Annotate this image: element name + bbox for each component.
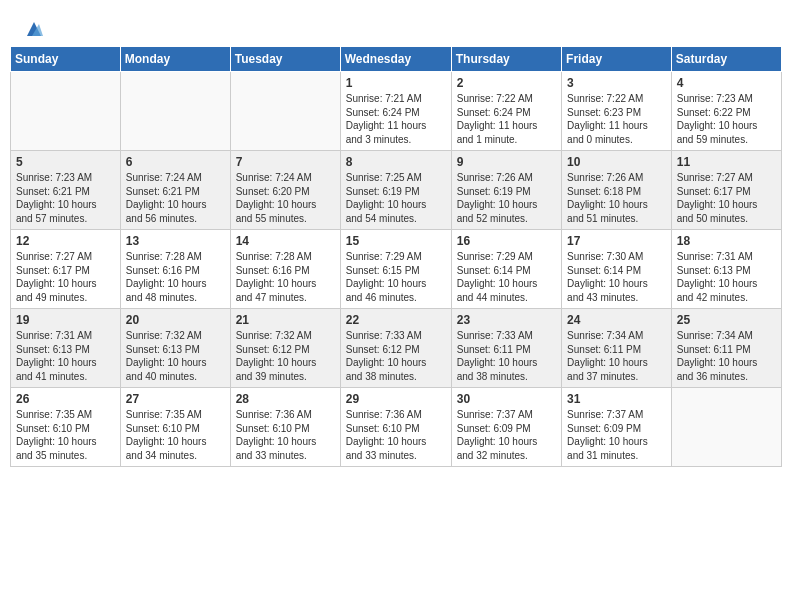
day-number: 15 [346, 234, 446, 248]
calendar-week-row: 26Sunrise: 7:35 AMSunset: 6:10 PMDayligh… [11, 388, 782, 467]
calendar-day-cell: 23Sunrise: 7:33 AMSunset: 6:11 PMDayligh… [451, 309, 561, 388]
day-info: Sunrise: 7:27 AMSunset: 6:17 PMDaylight:… [16, 250, 115, 304]
day-info: Sunrise: 7:24 AMSunset: 6:21 PMDaylight:… [126, 171, 225, 225]
calendar-day-cell: 24Sunrise: 7:34 AMSunset: 6:11 PMDayligh… [562, 309, 672, 388]
calendar-header-row: SundayMondayTuesdayWednesdayThursdayFrid… [11, 47, 782, 72]
calendar-day-cell: 6Sunrise: 7:24 AMSunset: 6:21 PMDaylight… [120, 151, 230, 230]
day-info: Sunrise: 7:36 AMSunset: 6:10 PMDaylight:… [346, 408, 446, 462]
calendar-table: SundayMondayTuesdayWednesdayThursdayFrid… [10, 46, 782, 467]
calendar-day-cell: 15Sunrise: 7:29 AMSunset: 6:15 PMDayligh… [340, 230, 451, 309]
day-number: 26 [16, 392, 115, 406]
calendar-day-cell: 16Sunrise: 7:29 AMSunset: 6:14 PMDayligh… [451, 230, 561, 309]
day-number: 9 [457, 155, 556, 169]
day-info: Sunrise: 7:37 AMSunset: 6:09 PMDaylight:… [567, 408, 666, 462]
day-number: 29 [346, 392, 446, 406]
day-info: Sunrise: 7:35 AMSunset: 6:10 PMDaylight:… [126, 408, 225, 462]
logo [20, 18, 45, 36]
day-number: 22 [346, 313, 446, 327]
calendar-day-cell [671, 388, 781, 467]
day-number: 21 [236, 313, 335, 327]
day-info: Sunrise: 7:29 AMSunset: 6:14 PMDaylight:… [457, 250, 556, 304]
day-number: 10 [567, 155, 666, 169]
calendar-week-row: 5Sunrise: 7:23 AMSunset: 6:21 PMDaylight… [11, 151, 782, 230]
day-info: Sunrise: 7:32 AMSunset: 6:12 PMDaylight:… [236, 329, 335, 383]
day-info: Sunrise: 7:26 AMSunset: 6:19 PMDaylight:… [457, 171, 556, 225]
day-info: Sunrise: 7:26 AMSunset: 6:18 PMDaylight:… [567, 171, 666, 225]
day-number: 16 [457, 234, 556, 248]
day-info: Sunrise: 7:33 AMSunset: 6:11 PMDaylight:… [457, 329, 556, 383]
calendar-day-cell: 12Sunrise: 7:27 AMSunset: 6:17 PMDayligh… [11, 230, 121, 309]
page-header [10, 10, 782, 42]
day-number: 14 [236, 234, 335, 248]
calendar-day-cell: 3Sunrise: 7:22 AMSunset: 6:23 PMDaylight… [562, 72, 672, 151]
day-info: Sunrise: 7:29 AMSunset: 6:15 PMDaylight:… [346, 250, 446, 304]
calendar-day-cell: 18Sunrise: 7:31 AMSunset: 6:13 PMDayligh… [671, 230, 781, 309]
col-header-friday: Friday [562, 47, 672, 72]
col-header-saturday: Saturday [671, 47, 781, 72]
day-info: Sunrise: 7:36 AMSunset: 6:10 PMDaylight:… [236, 408, 335, 462]
calendar-day-cell: 27Sunrise: 7:35 AMSunset: 6:10 PMDayligh… [120, 388, 230, 467]
day-number: 24 [567, 313, 666, 327]
calendar-week-row: 1Sunrise: 7:21 AMSunset: 6:24 PMDaylight… [11, 72, 782, 151]
col-header-wednesday: Wednesday [340, 47, 451, 72]
day-info: Sunrise: 7:28 AMSunset: 6:16 PMDaylight:… [126, 250, 225, 304]
calendar-week-row: 19Sunrise: 7:31 AMSunset: 6:13 PMDayligh… [11, 309, 782, 388]
calendar-day-cell: 14Sunrise: 7:28 AMSunset: 6:16 PMDayligh… [230, 230, 340, 309]
day-number: 3 [567, 76, 666, 90]
day-info: Sunrise: 7:32 AMSunset: 6:13 PMDaylight:… [126, 329, 225, 383]
day-number: 19 [16, 313, 115, 327]
day-info: Sunrise: 7:37 AMSunset: 6:09 PMDaylight:… [457, 408, 556, 462]
day-number: 18 [677, 234, 776, 248]
day-number: 17 [567, 234, 666, 248]
calendar-day-cell: 5Sunrise: 7:23 AMSunset: 6:21 PMDaylight… [11, 151, 121, 230]
calendar-day-cell: 10Sunrise: 7:26 AMSunset: 6:18 PMDayligh… [562, 151, 672, 230]
day-info: Sunrise: 7:23 AMSunset: 6:22 PMDaylight:… [677, 92, 776, 146]
col-header-tuesday: Tuesday [230, 47, 340, 72]
calendar-day-cell: 4Sunrise: 7:23 AMSunset: 6:22 PMDaylight… [671, 72, 781, 151]
col-header-thursday: Thursday [451, 47, 561, 72]
day-info: Sunrise: 7:35 AMSunset: 6:10 PMDaylight:… [16, 408, 115, 462]
calendar-day-cell: 2Sunrise: 7:22 AMSunset: 6:24 PMDaylight… [451, 72, 561, 151]
calendar-day-cell: 20Sunrise: 7:32 AMSunset: 6:13 PMDayligh… [120, 309, 230, 388]
calendar-day-cell: 19Sunrise: 7:31 AMSunset: 6:13 PMDayligh… [11, 309, 121, 388]
day-number: 28 [236, 392, 335, 406]
calendar-day-cell: 13Sunrise: 7:28 AMSunset: 6:16 PMDayligh… [120, 230, 230, 309]
day-info: Sunrise: 7:33 AMSunset: 6:12 PMDaylight:… [346, 329, 446, 383]
day-number: 30 [457, 392, 556, 406]
day-info: Sunrise: 7:27 AMSunset: 6:17 PMDaylight:… [677, 171, 776, 225]
calendar-day-cell [230, 72, 340, 151]
day-number: 13 [126, 234, 225, 248]
day-info: Sunrise: 7:28 AMSunset: 6:16 PMDaylight:… [236, 250, 335, 304]
calendar-day-cell: 26Sunrise: 7:35 AMSunset: 6:10 PMDayligh… [11, 388, 121, 467]
col-header-sunday: Sunday [11, 47, 121, 72]
day-info: Sunrise: 7:22 AMSunset: 6:23 PMDaylight:… [567, 92, 666, 146]
day-number: 25 [677, 313, 776, 327]
day-number: 1 [346, 76, 446, 90]
logo-icon [23, 18, 45, 40]
day-info: Sunrise: 7:21 AMSunset: 6:24 PMDaylight:… [346, 92, 446, 146]
day-number: 2 [457, 76, 556, 90]
day-info: Sunrise: 7:31 AMSunset: 6:13 PMDaylight:… [677, 250, 776, 304]
day-number: 27 [126, 392, 225, 406]
day-number: 23 [457, 313, 556, 327]
day-number: 5 [16, 155, 115, 169]
day-number: 7 [236, 155, 335, 169]
calendar-day-cell: 30Sunrise: 7:37 AMSunset: 6:09 PMDayligh… [451, 388, 561, 467]
calendar-day-cell: 29Sunrise: 7:36 AMSunset: 6:10 PMDayligh… [340, 388, 451, 467]
calendar-day-cell: 25Sunrise: 7:34 AMSunset: 6:11 PMDayligh… [671, 309, 781, 388]
day-info: Sunrise: 7:34 AMSunset: 6:11 PMDaylight:… [567, 329, 666, 383]
day-number: 31 [567, 392, 666, 406]
day-number: 8 [346, 155, 446, 169]
day-info: Sunrise: 7:31 AMSunset: 6:13 PMDaylight:… [16, 329, 115, 383]
day-number: 12 [16, 234, 115, 248]
calendar-day-cell: 28Sunrise: 7:36 AMSunset: 6:10 PMDayligh… [230, 388, 340, 467]
calendar-day-cell: 22Sunrise: 7:33 AMSunset: 6:12 PMDayligh… [340, 309, 451, 388]
day-number: 6 [126, 155, 225, 169]
day-number: 11 [677, 155, 776, 169]
calendar-day-cell: 21Sunrise: 7:32 AMSunset: 6:12 PMDayligh… [230, 309, 340, 388]
calendar-day-cell: 7Sunrise: 7:24 AMSunset: 6:20 PMDaylight… [230, 151, 340, 230]
day-info: Sunrise: 7:22 AMSunset: 6:24 PMDaylight:… [457, 92, 556, 146]
day-number: 20 [126, 313, 225, 327]
calendar-day-cell [120, 72, 230, 151]
day-info: Sunrise: 7:23 AMSunset: 6:21 PMDaylight:… [16, 171, 115, 225]
